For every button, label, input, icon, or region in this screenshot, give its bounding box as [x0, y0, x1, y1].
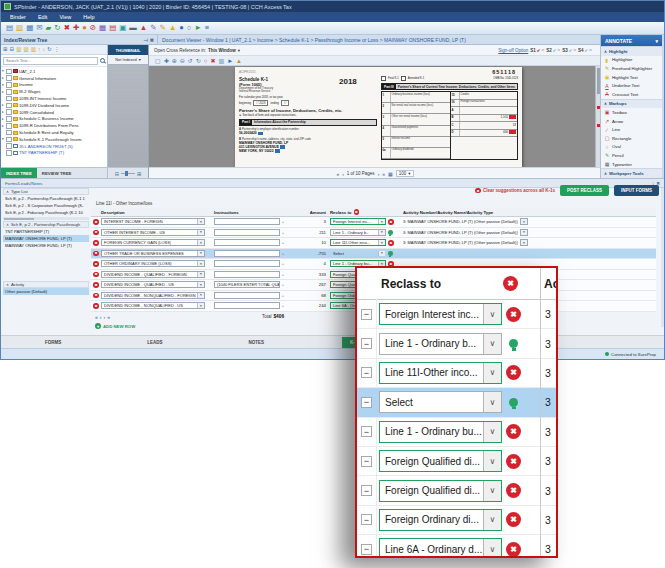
chevron-down-icon[interactable]: ▾ [378, 230, 385, 235]
passthrough-item[interactable]: TNT PARTNERSHIP (T) [3, 228, 89, 235]
tree-checkbox[interactable] [6, 143, 12, 149]
description-input[interactable]: OTHER ORDINARY INCOME (LOSS)▾ [101, 260, 205, 267]
expander-icon[interactable]: ▾ [1, 137, 5, 141]
dropdown-button[interactable]: ∨ [483, 304, 501, 324]
menu-item[interactable]: Binder [5, 13, 31, 21]
delete-annotation-icon[interactable]: ✖ [210, 58, 215, 64]
description-input[interactable]: DIVIDEND INCOME - NONQUALIFIED - US▾ [101, 302, 205, 309]
chevron-down-icon[interactable]: ▾ [520, 218, 528, 225]
tree-item[interactable]: ▾ Income [1, 82, 107, 89]
reclass-dropdown[interactable]: Foreign Interest inc... ▾ [330, 218, 386, 225]
annotate-item[interactable]: ∕ Line [601, 125, 662, 134]
suggestion-bulb-icon[interactable] [509, 398, 518, 407]
image-icon[interactable]: ▣ [119, 24, 126, 32]
description-input[interactable]: INTEREST INCOME - FOREIGN▾ [101, 218, 205, 225]
thumbnail-filter[interactable]: Not Indexed ▾ [108, 55, 148, 65]
reclass-dropdown[interactable]: Line 11I-Other inco... ▾ [330, 239, 386, 246]
dropdown-button[interactable]: ∨ [483, 539, 501, 558]
apps-icon[interactable]: ≡ [205, 24, 209, 32]
slider-knob[interactable] [125, 171, 128, 176]
expander-icon[interactable]: ▸ [1, 90, 5, 94]
pin-icon[interactable]: ⊣ [143, 37, 147, 43]
delete-row-icon[interactable]: ✖ [93, 272, 99, 278]
signoff-stamp[interactable]: S3 ✔ = [562, 48, 576, 53]
screen-icon[interactable]: ▬ [129, 24, 137, 32]
chevron-down-icon[interactable]: ▾ [197, 261, 204, 266]
reclass-dropdown[interactable]: Line 1 - Ordinary b... ∨ [379, 333, 502, 355]
refresh-icon[interactable]: ↻ [54, 24, 60, 32]
expand-all-icon[interactable]: ⊞ [3, 47, 8, 53]
bottom-tab[interactable]: FORMS [37, 337, 69, 348]
tree-item[interactable]: Schedule E Rent and Royalty [1, 129, 107, 136]
tree-item[interactable]: ▸ General Information [1, 75, 107, 82]
open-binder-icon[interactable]: ▥ [16, 24, 23, 32]
type-list-item[interactable]: Sch E, p 2 - Partnership Passthrough (K-… [3, 195, 89, 202]
instructions-input[interactable] [214, 239, 280, 246]
tree-item[interactable]: ▾ UAT_2.1 [1, 68, 107, 75]
info-icon[interactable]: ● [179, 24, 184, 32]
signoff-option-link[interactable]: Sign-off Option [498, 48, 528, 53]
reclass-dropdown[interactable]: Foreign Ordinary di... ∨ [379, 509, 502, 531]
reclass-annotation-icon[interactable] [509, 115, 516, 119]
prev-page-icon[interactable]: ‹ [342, 171, 344, 177]
search-input[interactable] [3, 57, 98, 65]
description-input[interactable]: DIVIDEND INCOME - NONQUALIFIED - FOREIGN… [101, 292, 205, 299]
tree-item[interactable]: ▸ 1099 Consolidated [1, 109, 107, 116]
more-icon[interactable]: ⋮ [54, 47, 60, 53]
dropdown-button[interactable]: ∨ [483, 334, 501, 354]
annotate-item[interactable]: A Underline Text [601, 81, 662, 90]
expand-icon[interactable]: + [282, 293, 284, 298]
passthrough-list-header[interactable]: ∧ Sch E, p 2 - Partnership Passthrough [3, 221, 89, 228]
slider-track[interactable] [121, 173, 135, 175]
move-down-icon[interactable]: ↓ [43, 47, 46, 53]
activity-list-header[interactable]: ∧ Activity [3, 281, 89, 288]
tree-checkbox[interactable] [6, 69, 12, 75]
scrollbar-thumb[interactable] [4, 218, 34, 220]
remove-suggestion-icon[interactable]: ✖ [506, 542, 521, 557]
chevron-down-icon[interactable]: ▾ [197, 240, 204, 245]
suggestion-bulb-icon[interactable] [509, 339, 518, 348]
expander-icon[interactable]: ▸ [1, 124, 5, 128]
open-folder-icon[interactable]: ▥ [23, 47, 28, 53]
annotate-item[interactable]: ○ Oval [601, 143, 662, 152]
slider-minus-icon[interactable]: ⊟ [115, 171, 119, 177]
bottom-tab[interactable]: NOTES [241, 337, 273, 348]
tree-item[interactable]: ▸ W-2 Wages [1, 88, 107, 95]
instructions-input[interactable] [214, 250, 280, 257]
reclass-dropdown[interactable]: Line 1 - Ordinary bu... ∨ [379, 421, 502, 443]
annotation-tag-icon[interactable] [275, 149, 280, 153]
chevron-down-icon[interactable]: ▾ [197, 293, 204, 298]
expander-icon[interactable]: ▾ [1, 69, 5, 73]
annotate-item[interactable]: ▣ Textbox [601, 108, 662, 117]
annotate-header[interactable]: ANNOTATE ▾ [601, 35, 662, 46]
tree-checkbox[interactable] [6, 130, 12, 136]
slider-plus-icon[interactable]: ⊞ [137, 171, 141, 177]
tree-item[interactable]: ▸ Schedule C Business Income [1, 116, 107, 123]
tree-item[interactable]: ▸ 1099-DIV Dividend Income [1, 102, 107, 109]
last-page-icon[interactable]: » [382, 171, 385, 177]
dropdown-button[interactable]: ∨ [483, 481, 501, 501]
user-icon[interactable]: ● [82, 24, 87, 32]
expander-icon[interactable]: ▸ [1, 103, 5, 107]
remove-suggestion-icon[interactable]: ✖ [506, 365, 521, 380]
tree-item[interactable]: TNT PARTNERSHIP (T) [1, 150, 107, 157]
search-icon[interactable] [100, 58, 106, 64]
suggestion-bulb-icon[interactable] [388, 230, 393, 235]
annotate-item[interactable]: ↗ Arrow [601, 117, 662, 126]
first-page-icon[interactable]: « [336, 171, 339, 177]
thumbnail-tab[interactable]: THUMBNAIL [108, 45, 148, 55]
zoom-in-icon[interactable]: ⊕ [172, 58, 177, 64]
expand-icon[interactable]: + [282, 303, 284, 308]
chevron-down-icon[interactable]: ▾ [378, 240, 385, 245]
collapse-row-button[interactable]: − [361, 456, 372, 467]
tree-checkbox[interactable] [6, 137, 12, 143]
collapse-row-button[interactable]: − [361, 338, 372, 349]
grid-view-icon[interactable]: ▦ [388, 171, 393, 177]
delete-row-icon[interactable]: ✖ [93, 240, 99, 246]
instructions-input[interactable]: (1040 FILERS ENTER TOTAL QUALIFIED DIVI [214, 281, 280, 288]
suggestion-bulb-icon[interactable] [388, 251, 393, 256]
next-page-icon[interactable]: › [103, 314, 105, 320]
reclass-dropdown[interactable]: Foreign Qualified di... ∨ [379, 480, 502, 502]
remove-suggestion-icon[interactable]: ✖ [388, 240, 394, 246]
passthrough-item[interactable]: MAINWAY ONSHORE FUND, LP (T) [3, 242, 89, 249]
